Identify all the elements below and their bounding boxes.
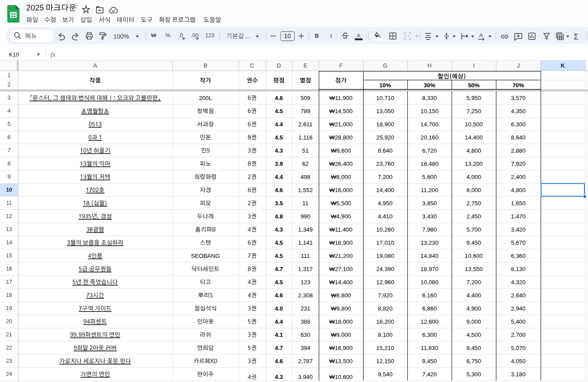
svg-text:1,470: 1,470 xyxy=(511,213,525,220)
svg-text:1,552: 1,552 xyxy=(298,187,313,193)
svg-text:J: J xyxy=(517,62,520,69)
svg-text:2,880: 2,880 xyxy=(511,147,525,154)
svg-text:11: 11 xyxy=(6,200,12,206)
svg-text:7,200: 7,200 xyxy=(378,174,392,180)
svg-text:6,300: 6,300 xyxy=(422,332,437,338)
svg-text:K10: K10 xyxy=(9,51,19,58)
svg-text:5,950: 5,950 xyxy=(467,95,481,101)
svg-text:₩11,400: ₩11,400 xyxy=(329,226,352,233)
svg-text:E: E xyxy=(303,62,307,69)
svg-text:123: 123 xyxy=(205,32,214,39)
svg-text:H: H xyxy=(428,62,431,69)
svg-text:F: F xyxy=(339,62,343,69)
svg-text:K: K xyxy=(561,62,565,69)
svg-text:5,670: 5,670 xyxy=(511,239,525,246)
svg-text:4.7: 4.7 xyxy=(275,345,283,351)
svg-text:4.5: 4.5 xyxy=(275,279,283,286)
svg-text:10,150: 10,150 xyxy=(421,108,438,114)
svg-text:630: 630 xyxy=(300,332,310,338)
svg-text:4.1: 4.1 xyxy=(275,332,283,338)
svg-text:I: I xyxy=(473,62,475,69)
svg-text:4.5: 4.5 xyxy=(275,108,283,114)
svg-text:4,050: 4,050 xyxy=(511,358,525,364)
svg-text:6,160: 6,160 xyxy=(422,292,437,299)
svg-text:B: B xyxy=(315,32,319,39)
svg-text:3,850: 3,850 xyxy=(422,200,437,207)
svg-text:498: 498 xyxy=(300,174,310,180)
svg-text:8,450: 8,450 xyxy=(467,345,481,351)
svg-text:4.6: 4.6 xyxy=(275,358,283,364)
svg-text:7: 7 xyxy=(7,147,11,154)
svg-text:4,800: 4,800 xyxy=(511,187,525,193)
svg-text:4,000: 4,000 xyxy=(467,174,481,180)
svg-text:6,720: 6,720 xyxy=(422,147,437,154)
svg-text:3: 3 xyxy=(7,95,11,101)
svg-text:70%: 70% xyxy=(513,82,524,89)
svg-text:4.3: 4.3 xyxy=(275,226,283,233)
svg-text:8,000: 8,000 xyxy=(467,187,481,193)
svg-text:7,920: 7,920 xyxy=(378,292,392,299)
svg-text:₩5,500: ₩5,500 xyxy=(331,200,351,207)
svg-text:11,200: 11,200 xyxy=(421,187,438,193)
svg-text:5,400: 5,400 xyxy=(511,318,525,325)
svg-text:₩9,600: ₩9,600 xyxy=(331,147,351,154)
svg-text:18,900: 18,900 xyxy=(376,121,394,128)
svg-text:20: 20 xyxy=(6,318,12,325)
svg-text:4.3: 4.3 xyxy=(275,374,283,380)
svg-text:12,960: 12,960 xyxy=(376,279,394,286)
svg-text:388: 388 xyxy=(300,318,310,325)
svg-text:₩16,000: ₩16,000 xyxy=(329,187,353,193)
svg-text:10,260: 10,260 xyxy=(376,226,394,233)
svg-text:3.9: 3.9 xyxy=(275,161,283,167)
svg-text:2,611: 2,611 xyxy=(298,121,312,128)
svg-text:13: 13 xyxy=(6,226,12,232)
svg-text:5,070: 5,070 xyxy=(511,345,525,351)
svg-text:10: 10 xyxy=(6,187,12,193)
svg-text:₩9,000: ₩9,000 xyxy=(331,332,351,338)
svg-text:₩: ₩ xyxy=(151,32,157,39)
svg-text:D: D xyxy=(277,62,281,69)
svg-text:A: A xyxy=(357,32,361,39)
svg-text:8,640: 8,640 xyxy=(378,147,392,154)
svg-text:7,420: 7,420 xyxy=(422,371,437,378)
svg-text:25,920: 25,920 xyxy=(376,134,394,141)
svg-text:3,420: 3,420 xyxy=(511,226,525,233)
svg-text:123: 123 xyxy=(300,279,310,286)
svg-text:19,080: 19,080 xyxy=(376,253,394,259)
svg-text:2,450: 2,450 xyxy=(467,213,481,220)
svg-text:4.4: 4.4 xyxy=(275,318,283,325)
svg-text:2,700: 2,700 xyxy=(511,332,525,338)
svg-text:14,840: 14,840 xyxy=(421,253,438,259)
svg-text:4,500: 4,500 xyxy=(467,332,481,338)
svg-text:509: 509 xyxy=(300,95,310,101)
svg-text:8,330: 8,330 xyxy=(422,95,437,101)
svg-text:8: 8 xyxy=(7,161,11,167)
svg-text:4,320: 4,320 xyxy=(511,279,525,286)
svg-text:1,116: 1,116 xyxy=(298,134,312,141)
svg-text:6,860: 6,860 xyxy=(422,305,437,312)
svg-text:14,700: 14,700 xyxy=(421,121,438,128)
svg-text:2,750: 2,750 xyxy=(467,200,481,207)
svg-text:9,540: 9,540 xyxy=(378,371,392,378)
svg-text:1,141: 1,141 xyxy=(298,239,313,246)
svg-text:₩18,900: ₩18,900 xyxy=(329,239,353,246)
svg-text:5,300: 5,300 xyxy=(467,371,481,378)
svg-text:6,750: 6,750 xyxy=(467,358,481,364)
svg-text:1,349: 1,349 xyxy=(298,226,313,233)
svg-text:22: 22 xyxy=(6,345,12,351)
svg-text:9,450: 9,450 xyxy=(467,239,481,246)
svg-text:2,308: 2,308 xyxy=(298,292,313,299)
svg-text:13,200: 13,200 xyxy=(465,161,483,167)
svg-text:10,500: 10,500 xyxy=(465,121,483,128)
svg-text:4,900: 4,900 xyxy=(467,305,481,312)
svg-text:51: 51 xyxy=(302,147,309,154)
svg-text:8,100: 8,100 xyxy=(378,332,392,338)
svg-text:3,940: 3,940 xyxy=(298,374,313,380)
svg-text:10,710: 10,710 xyxy=(376,95,394,101)
svg-text:6,360: 6,360 xyxy=(511,253,525,259)
svg-text:4.3: 4.3 xyxy=(275,147,283,154)
svg-text:6: 6 xyxy=(7,134,11,140)
svg-text:21: 21 xyxy=(6,332,12,338)
svg-text:9,450: 9,450 xyxy=(422,358,437,364)
svg-text:6,300: 6,300 xyxy=(511,121,525,128)
